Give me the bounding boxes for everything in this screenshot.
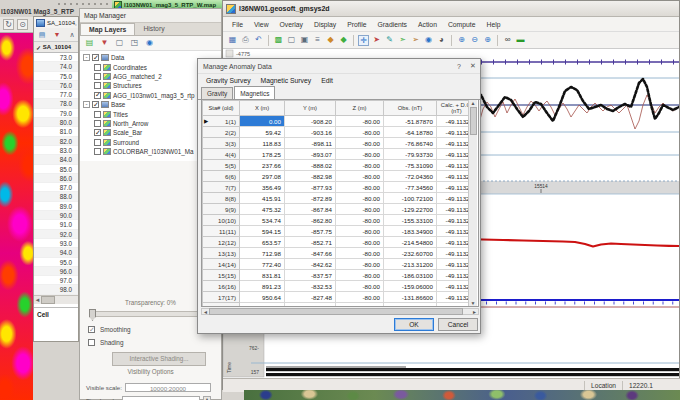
sa-value-row[interactable]: 80.0 — [34, 118, 78, 127]
data-cell[interactable]: -232.60700 — [384, 248, 437, 259]
data-cell[interactable]: -155.33100 — [384, 215, 437, 226]
data-cell[interactable]: -80.00 — [336, 204, 384, 215]
sa-value-row[interactable]: 85.0 — [34, 165, 78, 174]
data-cell[interactable]: -872.89 — [285, 193, 336, 204]
row-header-cell[interactable]: 12(12) — [203, 237, 240, 248]
cancel-button[interactable]: Cancel — [438, 318, 478, 331]
data-cell[interactable]: 0.00 — [240, 116, 285, 127]
data-cell[interactable]: -100.72100 — [384, 193, 437, 204]
sa-value-row[interactable]: 79.0 — [34, 109, 78, 118]
edit-block-icon[interactable]: ✎ — [384, 35, 395, 46]
data-cell[interactable]: -64.18780 — [384, 127, 437, 138]
shading-checkbox[interactable] — [88, 339, 95, 346]
scrollbar-thumb[interactable] — [41, 296, 55, 304]
data-cell[interactable]: 356.49 — [240, 182, 285, 193]
data-cell[interactable]: 237.66 — [240, 160, 285, 171]
sa-value-row[interactable]: 76.0 — [34, 81, 78, 90]
column-header-2[interactable]: Y (m) — [285, 101, 336, 116]
data-cell[interactable]: -832.53 — [285, 281, 336, 292]
save-icon[interactable]: ▦ — [227, 35, 238, 46]
data-cell[interactable]: -80.00 — [336, 237, 384, 248]
dialog-titlebar[interactable]: Manage Anomaly Data ? ✕ — [198, 59, 480, 74]
sa-value-row[interactable]: 78.0 — [34, 99, 78, 108]
data-cell[interactable]: -80.00 — [336, 248, 384, 259]
data-cell[interactable]: -852.71 — [285, 237, 336, 248]
row-header-cell[interactable]: 7(7) — [203, 182, 240, 193]
data-cell[interactable]: -867.84 — [285, 204, 336, 215]
sa-value-row[interactable]: 88.0 — [34, 192, 78, 201]
sa-value-row[interactable]: 82.0 — [34, 137, 78, 146]
data-cell[interactable]: -79.93730 — [384, 149, 437, 160]
collapse-panel-icon[interactable]: ∧ — [66, 29, 78, 41]
row-header-cell[interactable]: 6(6) — [203, 171, 240, 182]
data-cell[interactable]: 653.57 — [240, 237, 285, 248]
layer-checkbox[interactable] — [94, 139, 101, 146]
sa-value-row[interactable]: 95.0 — [34, 258, 78, 267]
fixed-scale-field[interactable]: 50000 — [122, 396, 200, 400]
row-header-cell[interactable]: 16(16) — [203, 281, 240, 292]
data-cell[interactable]: -80.00 — [336, 116, 384, 127]
menu-compute[interactable]: Compute — [443, 20, 481, 29]
data-cell[interactable]: -80.00 — [336, 138, 384, 149]
sa-value-row[interactable]: 73.0 — [34, 53, 78, 62]
sa-value-row[interactable]: 89.0 — [34, 202, 78, 211]
data-cell[interactable]: -80.00 — [336, 171, 384, 182]
data-cell[interactable]: -159.06000 — [384, 281, 437, 292]
data-cell[interactable]: -213.31200 — [384, 259, 437, 270]
data-cell[interactable]: 594.15 — [240, 226, 285, 237]
data-cell[interactable]: -80.00 — [336, 281, 384, 292]
scroll-right-icon[interactable]: ► — [471, 309, 478, 315]
pan-map-icon[interactable]: ▩ — [273, 35, 284, 46]
scroll-left-icon[interactable]: ◄ — [202, 309, 209, 315]
tab-history[interactable]: History — [135, 23, 172, 35]
data-cell[interactable]: -908.20 — [285, 116, 336, 127]
sa-value-row[interactable]: 93.0 — [34, 239, 78, 248]
data-cell[interactable]: -77.34560 — [384, 182, 437, 193]
tab-map-layers[interactable]: Map Layers — [80, 23, 135, 35]
row-header-cell[interactable]: 3(3) — [203, 138, 240, 149]
data-cell[interactable]: 59.42 — [240, 127, 285, 138]
row-header-cell[interactable]: 1(1)▶ — [203, 116, 240, 127]
tree-expander-icon[interactable]: - — [83, 54, 90, 61]
data-cell[interactable]: -80.00 — [336, 270, 384, 281]
data-cell[interactable]: -857.75 — [285, 226, 336, 237]
layer-checkbox[interactable] — [94, 129, 101, 136]
data-cell[interactable]: -822.44 — [285, 303, 336, 308]
sa-value-row[interactable]: 75.0 — [34, 72, 78, 81]
data-cell[interactable]: -847.66 — [285, 248, 336, 259]
data-cell[interactable]: 891.23 — [240, 281, 285, 292]
sa-value-row[interactable]: 94.0 — [34, 248, 78, 257]
data-cell[interactable]: -131.86600 — [384, 292, 437, 303]
data-cell[interactable]: -80.00 — [336, 215, 384, 226]
menu-file[interactable]: File — [227, 20, 248, 29]
tab-magnetics[interactable]: Magnetics — [234, 86, 275, 100]
undo-icon[interactable]: ↶ — [253, 35, 264, 46]
scroll-down-icon[interactable]: ▼ — [469, 300, 477, 306]
sa-column-header[interactable]: ✓ SA_10104 — [34, 42, 78, 53]
data-cell[interactable]: 950.64 — [240, 292, 285, 303]
sa-value-row[interactable]: 92.0 — [34, 230, 78, 239]
row-header-cell[interactable]: 10(10) — [203, 215, 240, 226]
data-cell[interactable]: -72.04360 — [384, 171, 437, 182]
table-horizontal-scrollbar[interactable]: ◄ ► — [201, 308, 479, 315]
table-vertical-scrollbar[interactable]: ▲ ▼ — [468, 100, 477, 306]
dialog-menu-magnetic-survey[interactable]: Magnetic Survey — [257, 76, 316, 85]
scroll-up-icon[interactable]: ▲ — [469, 100, 477, 106]
data-cell[interactable]: -80.00 — [336, 259, 384, 270]
map-manager-header[interactable]: Map Manager — [80, 9, 221, 23]
scroll-left-icon[interactable]: ◄ — [34, 297, 41, 303]
menu-gradients[interactable]: Gradients — [373, 20, 412, 29]
data-cell[interactable]: -80.00 — [336, 292, 384, 303]
column-header-0[interactable]: Sta# (old) — [203, 101, 240, 116]
eye-icon[interactable]: ◕ — [436, 35, 447, 46]
print-icon[interactable]: ⎙ — [240, 35, 251, 46]
scrollbar-thumb[interactable] — [209, 308, 463, 315]
remove-map-icon[interactable]: ▼ — [99, 38, 110, 49]
gmsys-titlebar[interactable]: l36NW01.geosoft_gmsys2d — [223, 1, 679, 17]
row-header-cell[interactable]: 18(18) — [203, 303, 240, 308]
data-cell[interactable]: 297.08 — [240, 171, 285, 182]
zoom-in-icon[interactable]: ⊕ — [456, 35, 467, 46]
scrollbar-thumb[interactable] — [470, 107, 477, 135]
data-cell[interactable]: -80.00 — [336, 193, 384, 204]
visible-scale-field[interactable]: 10000:20000 — [125, 383, 211, 392]
